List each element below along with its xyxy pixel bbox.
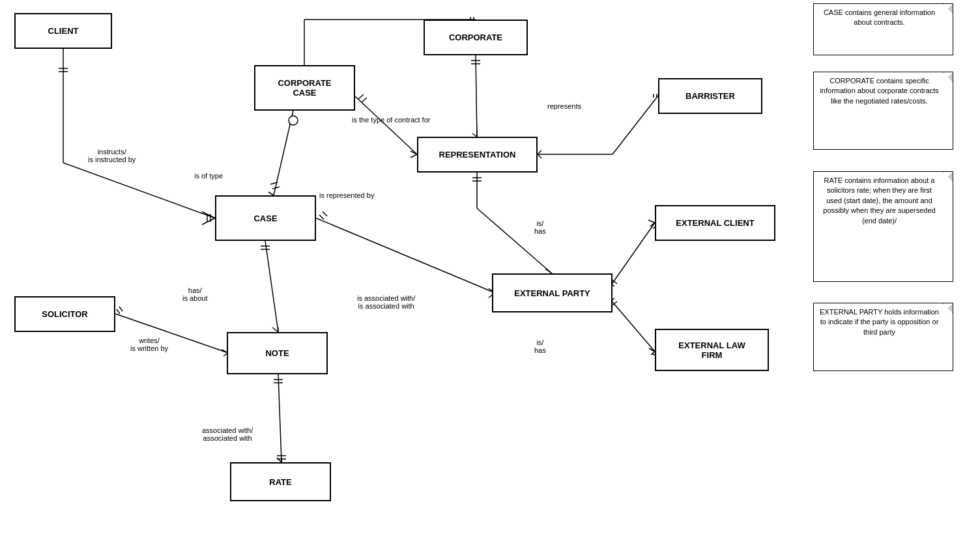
svg-point-9 (289, 116, 298, 125)
svg-line-69 (119, 307, 122, 311)
label-is-of-type: is of type (194, 164, 223, 180)
entity-corporate: CORPORATE (424, 20, 528, 55)
entity-external-client: EXTERNAL CLIENT (655, 205, 775, 241)
svg-line-68 (117, 309, 120, 314)
svg-line-4 (202, 212, 215, 218)
svg-line-27 (358, 94, 364, 99)
entity-note: NOTE (227, 332, 328, 374)
entity-representation: REPRESENTATION (417, 137, 538, 173)
svg-line-55 (609, 298, 655, 352)
svg-line-26 (355, 96, 417, 154)
svg-line-43 (316, 218, 495, 293)
label-writes: writes/ is written by (130, 329, 168, 352)
svg-line-29 (411, 151, 417, 154)
entity-case: CASE (215, 195, 316, 241)
label-instructs: instructs/ is instructed by (88, 140, 136, 163)
svg-line-37 (612, 96, 658, 154)
svg-line-11 (272, 187, 280, 189)
svg-line-30 (411, 154, 417, 158)
svg-line-10 (270, 182, 278, 184)
label-is-type-contract: is the type of contract for (352, 116, 430, 124)
svg-line-72 (278, 374, 281, 462)
svg-line-8 (274, 111, 293, 195)
note-corporate: CORPORATE contains specific information … (813, 72, 953, 150)
svg-line-57 (612, 301, 617, 305)
note-external-party: EXTERNAL PARTY holds information to indi… (813, 303, 953, 371)
label-is-associated-with: is associated with/ is associated with (357, 286, 415, 310)
svg-line-50 (612, 280, 617, 284)
svg-line-5 (202, 218, 215, 225)
svg-line-1 (63, 163, 215, 218)
svg-line-21 (476, 55, 477, 137)
note-case: CASE contains general information about … (813, 3, 953, 55)
label-is-represented-by: is represented by (319, 184, 374, 199)
svg-line-77 (277, 458, 281, 462)
svg-line-54 (650, 223, 655, 227)
svg-line-28 (362, 98, 367, 102)
label-is-has-firm: is/ has (534, 331, 546, 354)
svg-line-62 (265, 241, 278, 332)
label-has-is-about: has/ is about (182, 279, 208, 302)
entity-external-party: EXTERNAL PARTY (492, 273, 612, 312)
svg-line-48 (609, 223, 655, 288)
svg-line-35 (545, 269, 552, 273)
entity-external-law-firm: EXTERNAL LAW FIRM (655, 329, 769, 371)
svg-line-60 (649, 348, 655, 352)
svg-line-44 (319, 215, 324, 219)
svg-line-42 (538, 154, 541, 158)
label-is-has-client: is/ has (534, 212, 546, 235)
svg-line-45 (323, 212, 327, 216)
entity-corporate-case: CORPORATE CASE (254, 65, 355, 111)
svg-line-65 (272, 327, 278, 332)
svg-line-41 (538, 150, 541, 154)
svg-line-53 (648, 220, 655, 223)
label-represents: represents (547, 94, 581, 110)
diagram-container: CLIENT CORPORATE CASE CORPORATE BARRISTE… (0, 0, 980, 541)
label-associated-with: associated with/ associated with (202, 419, 253, 442)
entity-rate: RATE (230, 462, 331, 501)
entity-solicitor: SOLICITOR (14, 296, 115, 332)
entity-barrister: BARRISTER (658, 78, 762, 114)
note-rate: RATE contains information about a solici… (813, 171, 953, 282)
entity-client: CLIENT (14, 13, 112, 49)
